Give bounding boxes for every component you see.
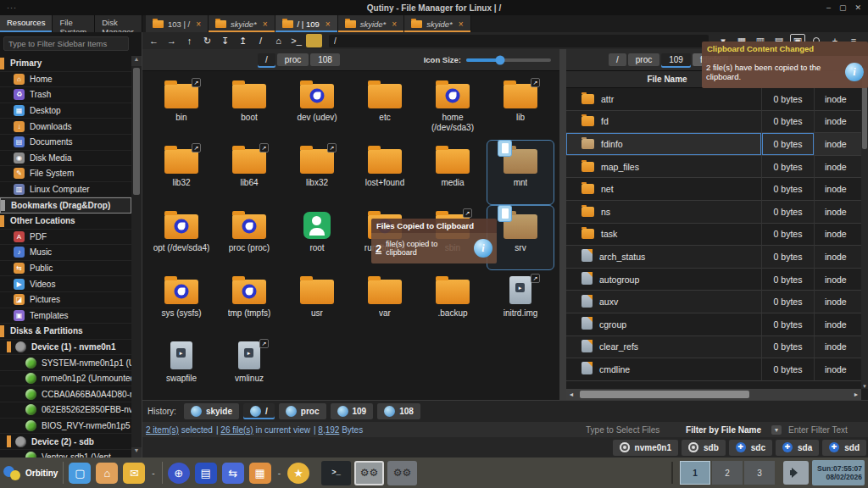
breadcrumb-segment[interactable]: 109 [661, 53, 691, 66]
table-row[interactable]: clear_refs 0 bytes inode [566, 336, 861, 359]
table-row[interactable]: autogroup 0 bytes inode [566, 269, 861, 291]
clock[interactable]: Sun:07:55:07 08/02/2026 [812, 460, 865, 485]
sidebar-item[interactable]: ▤ Documents [0, 135, 131, 151]
desktop-app-icon[interactable]: ▢ [69, 463, 91, 484]
home-app-icon[interactable]: ⌂ [96, 463, 118, 484]
slider-thumb[interactable] [496, 55, 505, 64]
grid-item[interactable]: ↗ root [283, 205, 351, 270]
grid-item[interactable]: ↗ lib64 [215, 140, 283, 205]
close-button[interactable]: ✕ [854, 3, 861, 12]
file-tab[interactable]: / | 109 × [275, 15, 338, 32]
grid-item[interactable]: ↗ dev (udev) [283, 75, 351, 140]
breadcrumb-segment[interactable]: proc [277, 53, 309, 66]
sidebar-item[interactable]: ↓ Downloads [0, 119, 131, 135]
tab-close-icon[interactable]: × [326, 19, 331, 29]
device-button[interactable]: sdd [822, 440, 866, 456]
launcher-button[interactable]: Orbitiny [3, 464, 58, 481]
grid-item[interactable]: ↗ mnt [487, 140, 554, 205]
filter-text-input[interactable] [788, 425, 865, 435]
refresh-button[interactable]: ↻ [199, 34, 215, 47]
history-button[interactable]: / [243, 403, 275, 419]
sidebar-item[interactable]: Device (1) - nvme0n1 [0, 340, 131, 356]
grid-item[interactable]: ↗ boot [215, 75, 283, 140]
sidebar-item[interactable]: ▦ Desktop [0, 103, 131, 119]
history-button[interactable]: proc [279, 403, 326, 419]
tab-close-icon[interactable]: × [392, 19, 397, 29]
sidebar-item[interactable]: Primary [0, 56, 131, 72]
grid-item[interactable]: ↗ etc [351, 75, 419, 140]
sidebar-item[interactable]: CCBA0A66BA0A4D80-nvm... [0, 386, 131, 402]
breadcrumb-segment[interactable]: / [258, 53, 275, 66]
grid-item[interactable]: ↗ home (/dev/sda3) [419, 75, 487, 140]
sidebar-item[interactable]: BIOS_RVY-nvme0n1p5 (Un... [0, 419, 131, 435]
globe-app-icon[interactable]: ⊕ [168, 463, 190, 484]
table-row[interactable]: fdinfo 0 bytes inode [566, 133, 861, 156]
favorites-app-icon[interactable]: ★ [287, 463, 309, 484]
grid-item[interactable]: ↗ lost+found [351, 140, 419, 205]
sidebar-item[interactable]: ⇆ Public [0, 261, 131, 277]
tab-close-icon[interactable]: × [459, 19, 464, 29]
share-app-icon[interactable]: ⇆ [222, 463, 244, 484]
sidebar-tab[interactable]: File System [53, 15, 95, 32]
table-row[interactable]: ns 0 bytes inode [566, 201, 861, 224]
device-button[interactable]: sdb [682, 440, 726, 456]
sidebar-item[interactable]: nvme0n1p2 (Unmounted) [0, 371, 131, 387]
sidebar-item[interactable]: SYSTEM-nvme0n1p1 (Unm... [0, 355, 131, 371]
grid-item[interactable]: ↗ initrd.img [487, 270, 554, 336]
sidebar-item[interactable]: ♻ Trash [0, 87, 131, 103]
table-row[interactable]: arch_status 0 bytes inode [566, 246, 861, 269]
sidebar-filter-input[interactable] [3, 36, 129, 51]
grid-item[interactable]: ↗ vmlinuz [215, 336, 283, 401]
scrollbar-thumb[interactable] [133, 68, 140, 195]
table-row[interactable]: task 0 bytes inode [566, 224, 861, 247]
sidebar-tab[interactable]: Disk Manager [95, 15, 142, 32]
sidebar-item[interactable]: ▶ Videos [0, 276, 131, 292]
places-button[interactable] [306, 34, 322, 47]
sidebar-item[interactable]: ◉ Disk Media [0, 151, 131, 167]
grid-item[interactable]: ↗ sys (sysfs) [147, 270, 215, 336]
grid-item[interactable]: ↗ var [351, 270, 419, 336]
sidebar-item[interactable]: 062E85262E850FBB-nvme... [0, 402, 131, 419]
filter-by-dropdown[interactable]: Filter by File Name ▾ [686, 425, 782, 435]
office-app-icon[interactable]: ▤ [195, 463, 217, 484]
grid-item[interactable]: ↗ proc (proc) [215, 205, 283, 270]
sidebar-item[interactable]: Disks & Partitions [0, 324, 131, 340]
breadcrumb-segment[interactable]: 108 [310, 53, 340, 66]
device-button[interactable]: sda [776, 440, 819, 456]
sidebar-item[interactable]: Device (2) - sdb [0, 434, 131, 450]
grid-item[interactable]: ↗ lib [487, 75, 554, 140]
tab-close-icon[interactable]: × [196, 19, 201, 29]
maximize-button[interactable]: ▢ [839, 3, 847, 12]
file-tab[interactable]: 103 | / × [146, 15, 209, 32]
type-to-select-input[interactable] [586, 425, 679, 435]
file-tab[interactable]: skyide* × [404, 15, 470, 32]
grid-item[interactable]: ↗ .backup [419, 270, 487, 336]
tab-close-icon[interactable]: × [263, 19, 268, 29]
table-row[interactable]: attr 0 bytes inode [566, 88, 861, 111]
grid-item[interactable]: ↗ swapfile [147, 336, 215, 401]
home-button[interactable]: ⌂ [270, 34, 287, 47]
workspace-button[interactable]: 1 [680, 461, 710, 485]
appgrid-app-icon[interactable]: ▦ [249, 463, 271, 484]
minimize-button[interactable]: – [826, 3, 831, 12]
history-button[interactable]: 109 [331, 403, 374, 419]
go-top-button[interactable]: ↥ [235, 34, 251, 47]
sidebar-item[interactable]: Bookmarks (Drag&Drop) [0, 197, 131, 214]
root-button[interactable]: / [253, 34, 269, 47]
sidebar-tab[interactable]: Resources [0, 15, 53, 32]
up-button[interactable]: ↑ [181, 34, 198, 47]
sidebar-item[interactable]: A PDF [0, 230, 131, 246]
sidebar-item[interactable]: Other Locations [0, 214, 131, 230]
grid-item[interactable]: ↗ lib32 [147, 140, 215, 205]
breadcrumb-segment[interactable]: / [609, 53, 626, 66]
workspace-button[interactable]: 2 [712, 461, 743, 485]
table-row[interactable]: cmdline 0 bytes inode [566, 358, 861, 381]
table-row[interactable]: cgroup 0 bytes inode [566, 313, 861, 336]
scrollbar-thumb[interactable] [580, 391, 749, 398]
breadcrumb-segment[interactable]: proc [628, 53, 659, 66]
table-row[interactable]: map_files 0 bytes inode [566, 156, 861, 179]
grid-item[interactable]: ↗ tmp (tmpfs) [215, 270, 283, 336]
grid-item[interactable]: ↗ bin [147, 75, 215, 140]
grid-item[interactable]: ↗ opt (/dev/sda4) [147, 205, 215, 270]
history-button[interactable]: 108 [377, 403, 420, 419]
